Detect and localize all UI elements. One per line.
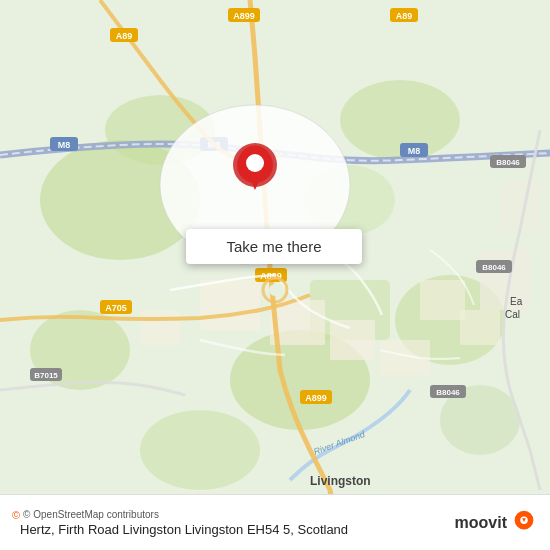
svg-rect-13 (330, 320, 375, 360)
svg-point-6 (140, 410, 260, 490)
svg-point-56 (246, 154, 264, 172)
svg-rect-11 (200, 280, 260, 330)
map-container: M8 M8 M8 A899 A899 A899 A89 A89 A705 B80… (0, 0, 550, 550)
svg-rect-17 (460, 310, 500, 345)
svg-text:Livingston: Livingston (310, 474, 371, 488)
moovit-logo: moovit (455, 509, 538, 537)
svg-text:M8: M8 (408, 146, 421, 156)
svg-text:B8046: B8046 (482, 263, 506, 272)
svg-text:A705: A705 (105, 303, 127, 313)
svg-text:Cal: Cal (505, 309, 520, 320)
moovit-logo-text: moovit (455, 514, 507, 532)
location-pin (230, 140, 290, 200)
svg-text:M8: M8 (58, 140, 71, 150)
svg-text:A89: A89 (396, 11, 413, 21)
moovit-logo-icon (510, 509, 538, 537)
bottom-panel: © © OpenStreetMap contributors Hertz, Fi… (0, 494, 550, 550)
attribution: © © OpenStreetMap contributors (12, 509, 455, 521)
svg-text:B8046: B8046 (436, 388, 460, 397)
svg-text:B8046: B8046 (496, 158, 520, 167)
svg-text:A89: A89 (116, 31, 133, 41)
svg-text:A899: A899 (305, 393, 327, 403)
osm-icon: © (12, 509, 20, 521)
svg-text:Ea: Ea (510, 296, 523, 307)
address-line: Hertz, Firth Road Livingston Livingston … (20, 522, 294, 537)
take-me-there-button[interactable]: Take me there (186, 229, 362, 264)
region-text: Scotland (297, 522, 348, 537)
map-background: M8 M8 M8 A899 A899 A899 A89 A89 A705 B80… (0, 0, 550, 550)
svg-text:B7015: B7015 (34, 371, 58, 380)
attribution-text: © OpenStreetMap contributors (23, 509, 159, 520)
svg-rect-15 (140, 310, 180, 345)
address-text: Hertz, Firth Road Livingston Livingston … (20, 522, 447, 537)
svg-text:A899: A899 (233, 11, 255, 21)
svg-point-47 (269, 284, 281, 296)
svg-rect-16 (420, 280, 465, 320)
